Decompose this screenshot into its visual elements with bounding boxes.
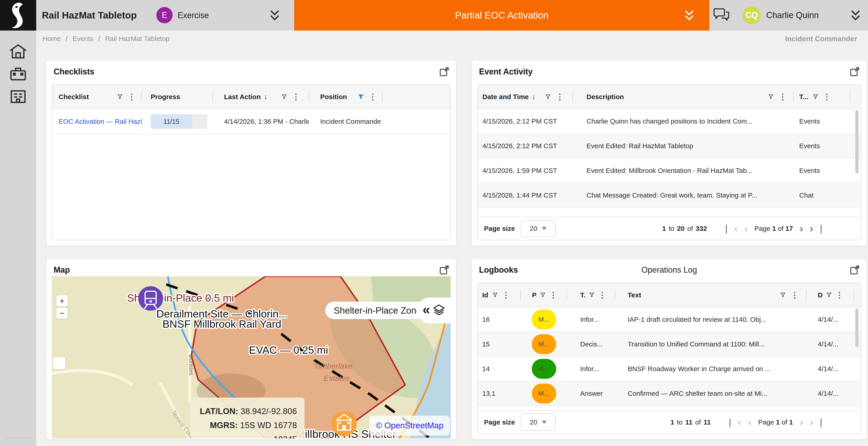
column-menu-icon[interactable]: ⋮ xyxy=(835,290,843,300)
column-menu-icon[interactable]: ⋮ xyxy=(598,290,606,300)
sidebar-item-briefcase[interactable] xyxy=(8,64,28,84)
column-label: Position xyxy=(320,93,347,101)
layers-icon[interactable] xyxy=(433,304,445,317)
breadcrumb-home[interactable]: Home xyxy=(42,35,61,42)
page-size-select[interactable]: 20 xyxy=(521,220,556,237)
table-scrollbar[interactable] xyxy=(855,110,859,173)
event-type-cell: Events xyxy=(794,109,850,133)
zone-layer-pill[interactable]: Shelter-in-Place Zone xyxy=(325,301,430,319)
first-page-button[interactable]: | xyxy=(725,224,727,234)
column-menu-icon[interactable]: ⋮ xyxy=(502,290,510,300)
filter-icon[interactable] xyxy=(281,94,287,100)
last-page-chevron[interactable]: › xyxy=(810,223,813,234)
map-zoom-out-button[interactable]: − xyxy=(56,308,68,319)
column-menu-icon[interactable]: ⋮ xyxy=(128,92,136,102)
log-text-cell: BNSF Roadway Worker in Charge arrived on… xyxy=(615,357,806,381)
column-menu-icon[interactable]: ⋮ xyxy=(549,290,557,300)
filter-active-icon[interactable] xyxy=(358,94,364,100)
prev-page-button[interactable]: ‹ xyxy=(748,417,751,428)
filter-icon[interactable] xyxy=(812,94,819,100)
column-header-priority[interactable]: P ⋮ xyxy=(521,283,567,307)
event-menu-button[interactable] xyxy=(268,9,281,23)
logbook-row[interactable]: 14 A... Infor... BNSF Roadway Worker in … xyxy=(478,357,861,381)
column-header-date[interactable]: Date and Time ↓ ⋮ xyxy=(478,85,573,108)
filter-icon[interactable] xyxy=(540,292,546,298)
first-page-chevron[interactable]: ‹ xyxy=(738,417,741,428)
app-logo[interactable] xyxy=(0,0,36,31)
collapse-panel-icon[interactable]: « xyxy=(423,303,430,316)
map-attribution-link[interactable]: © OpenStreetMap xyxy=(370,416,450,436)
map-canvas[interactable]: Dunkles Texuco Court Timberlake Estates … xyxy=(52,276,451,439)
double-chevron-down-icon xyxy=(849,9,862,22)
log-type-cell: Infor... xyxy=(567,357,615,381)
checklists-open-button[interactable] xyxy=(439,66,450,77)
column-header-checklist[interactable]: Checklist ⋮ xyxy=(52,85,142,108)
event-activity-open-button[interactable] xyxy=(849,66,860,77)
last-page-button[interactable]: | xyxy=(820,224,822,234)
map-side-control[interactable] xyxy=(53,357,65,370)
event-description-cell: Event Edited: Millbrook Orientation - Ra… xyxy=(573,158,794,183)
last-page-button[interactable]: | xyxy=(820,417,822,427)
logbook-row[interactable]: 15 M... Decis... Transition to Unified C… xyxy=(478,332,861,357)
checklist-row[interactable]: EOC Activation — Rail HazM 11/15 4/14/20… xyxy=(52,109,450,134)
filter-icon[interactable] xyxy=(545,94,551,100)
page-size-select[interactable]: 20 xyxy=(521,414,556,431)
first-page-chevron[interactable]: ‹ xyxy=(734,223,738,234)
sidebar-item-admin-tools[interactable] xyxy=(8,444,28,446)
event-activity-row[interactable]: 4/15/2026, 1:44 PM CST Chat Message Crea… xyxy=(478,183,861,208)
user-menu-button[interactable] xyxy=(849,9,862,23)
column-header-id[interactable]: Id ⋮ xyxy=(478,283,521,307)
prev-page-button[interactable]: ‹ xyxy=(744,223,748,234)
filter-icon[interactable] xyxy=(589,292,595,298)
log-type-cell: Answer xyxy=(567,381,615,406)
eoc-activation-banner[interactable]: Partial EOC Activation xyxy=(294,0,709,31)
chat-button[interactable] xyxy=(713,7,730,23)
first-page-button[interactable]: | xyxy=(729,417,731,427)
column-header-type[interactable]: T... ⋮ xyxy=(794,85,850,108)
filter-icon[interactable] xyxy=(826,292,832,298)
filter-icon[interactable] xyxy=(768,94,774,100)
breadcrumb-current: Rail HazMat Tabletop xyxy=(105,35,169,42)
column-header-last-action[interactable]: Last Action ↓ ⋮ xyxy=(213,85,309,108)
column-header-position[interactable]: Position ⋮ xyxy=(309,85,383,108)
column-menu-icon[interactable]: ⋮ xyxy=(823,92,831,102)
column-menu-icon[interactable]: ⋮ xyxy=(779,92,787,102)
log-date-cell: 4/14/... xyxy=(806,307,855,331)
event-activity-row[interactable]: 4/15/2026, 2:12 PM CST Event Edited: Rai… xyxy=(478,134,861,158)
user-avatar[interactable]: CQ xyxy=(743,6,761,24)
banner-chevron-button[interactable] xyxy=(683,9,696,24)
column-menu-icon[interactable]: ⋮ xyxy=(556,92,564,102)
logbook-row[interactable]: 13.1 M... Answer Confirmed — ARC shelter… xyxy=(478,381,861,406)
event-activity-panel: Event Activity Date and Time ↓ ⋮ xyxy=(472,61,867,246)
filter-icon[interactable] xyxy=(117,94,123,100)
sidebar-item-building[interactable] xyxy=(8,87,28,106)
column-header-type[interactable]: T. ⋮ xyxy=(567,283,615,307)
column-menu-icon[interactable]: ⋮ xyxy=(292,92,300,102)
column-header-progress[interactable]: Progress xyxy=(142,85,213,108)
event-activity-row[interactable]: 4/15/2026, 1:59 PM CST Event Edited: Mil… xyxy=(478,158,861,183)
map-open-button[interactable] xyxy=(439,265,450,275)
map-layers-panel[interactable]: « xyxy=(417,297,451,323)
filter-icon[interactable] xyxy=(492,292,498,298)
logbook-row[interactable]: 16 M... Infor... IAP-1 draft circulated … xyxy=(478,307,861,332)
shelter-marker[interactable] xyxy=(332,411,357,436)
checklists-title: Checklists xyxy=(54,67,94,76)
checklist-link[interactable]: EOC Activation — Rail HazM xyxy=(59,118,142,125)
last-page-chevron[interactable]: › xyxy=(810,417,813,428)
breadcrumb-events[interactable]: Events xyxy=(72,35,93,42)
next-page-button[interactable]: › xyxy=(800,417,803,428)
logbooks-open-button[interactable] xyxy=(849,265,860,275)
filter-icon[interactable] xyxy=(780,292,786,298)
derailment-marker[interactable] xyxy=(138,286,163,311)
map-zoom-in-button[interactable]: + xyxy=(56,295,68,307)
table-scrollbar[interactable] xyxy=(855,309,859,347)
column-header-description[interactable]: Description ⋮ xyxy=(573,85,794,108)
sidebar-item-home[interactable] xyxy=(8,41,28,61)
column-menu-icon[interactable]: ⋮ xyxy=(369,92,377,102)
column-header-text[interactable]: Text ⋮ xyxy=(615,283,806,307)
column-header-date[interactable]: D ⋮ xyxy=(806,283,855,307)
checklist-last-action-cell: 4/14/2026, 1:36 PM - Charlie xyxy=(213,109,309,134)
next-page-button[interactable]: › xyxy=(800,223,803,234)
column-menu-icon[interactable]: ⋮ xyxy=(790,290,799,300)
event-activity-row[interactable]: 4/15/2026, 2:12 PM CST Charlie Quinn has… xyxy=(478,109,861,134)
